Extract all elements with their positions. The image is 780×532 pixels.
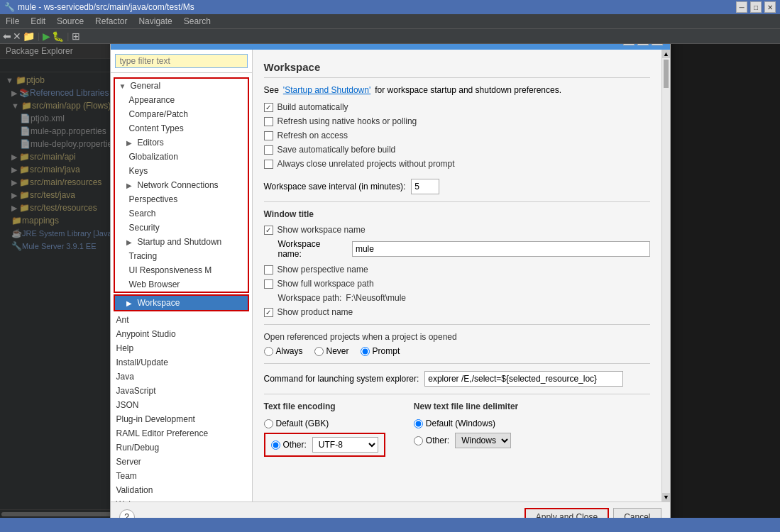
radio-never-input[interactable] <box>314 347 324 356</box>
prefs-tree-webbrowser[interactable]: Web Browser <box>115 277 248 292</box>
prefs-tree-json[interactable]: JSON <box>111 398 252 412</box>
checkbox-close-unrelated[interactable] <box>264 160 273 169</box>
prefs-filter-input[interactable] <box>115 54 248 68</box>
radio-never[interactable]: Never <box>314 346 349 356</box>
ide-close-btn[interactable]: ✕ <box>764 1 776 13</box>
radio-linedelim-other[interactable]: Other: <box>414 436 449 445</box>
radio-encoding-default-label: Default (GBK) <box>276 419 329 428</box>
prefs-tree-rundebug[interactable]: Run/Debug <box>111 440 252 455</box>
prefs-tree-team[interactable]: Team <box>111 469 252 483</box>
prefs-tree-javascript[interactable]: JavaScript <box>111 384 252 398</box>
line-delim-title: New text file line delimiter <box>414 401 518 411</box>
menu-file[interactable]: File <box>0 14 25 28</box>
window-title-section-label: Window title <box>264 209 650 219</box>
label-show-full-path: Show full workspace path <box>278 279 374 289</box>
radio-linedelim-other-input[interactable] <box>414 436 423 445</box>
toolbar-icon-run[interactable]: ▶ <box>43 31 50 42</box>
checkbox-show-full-path[interactable] <box>264 279 273 289</box>
divider-4 <box>264 394 650 394</box>
toolbar-icon-debug[interactable]: 🐛 <box>52 31 64 42</box>
radio-encoding-default[interactable]: Default (GBK) <box>264 419 385 428</box>
line-delim-other-row: Other: Windows Unix Mac <box>414 433 518 448</box>
startup-shutdown-link[interactable]: 'Startup and Shutdown' <box>283 85 370 95</box>
prefs-tree-globalization[interactable]: Globalization <box>115 150 248 164</box>
encoding-col: Text file encoding Default (GBK) Ot <box>264 401 385 457</box>
checkbox-refresh-access[interactable] <box>264 131 273 140</box>
menu-navigate[interactable]: Navigate <box>133 14 177 28</box>
radio-encoding-default-input[interactable] <box>264 419 273 428</box>
toolbar-icon-3[interactable]: 📁 <box>23 31 35 42</box>
scroll-down-btn[interactable]: ▼ <box>662 493 670 501</box>
uiresponsiveness-label: UI Responsiveness M <box>129 265 212 275</box>
prefs-tree-java[interactable]: Java <box>111 370 252 384</box>
encoding-other-select[interactable]: UTF-8 UTF-16 ISO-8859-1 <box>312 437 378 453</box>
checkbox-save-auto[interactable] <box>264 145 273 155</box>
prefs-minimize-btn[interactable]: ─ <box>623 44 635 45</box>
radio-always-input[interactable] <box>264 347 273 356</box>
prefs-tree-keys[interactable]: Keys <box>115 164 248 178</box>
startup-link-row: See 'Startup and Shutdown' for workspace… <box>264 85 650 95</box>
save-interval-input[interactable] <box>411 179 439 194</box>
prefs-tree-security[interactable]: Security <box>115 221 248 235</box>
radio-prompt[interactable]: Prompt <box>361 346 400 356</box>
json-label: JSON <box>116 400 139 410</box>
prefs-tree-ant[interactable]: Ant <box>111 313 252 327</box>
radio-encoding-other[interactable]: Other: <box>271 440 307 450</box>
prefs-tree-tracing[interactable]: Tracing <box>115 249 248 263</box>
prefs-maximize-btn[interactable]: □ <box>637 44 649 45</box>
prefs-scrollbar[interactable]: ▲ ▼ <box>661 50 670 501</box>
apply-close-button[interactable]: Apply and Close <box>524 508 609 518</box>
toolbar-icon-2[interactable]: ✕ <box>13 31 21 42</box>
checkbox-show-workspace-name[interactable] <box>264 226 273 235</box>
ide-minimize-btn[interactable]: ─ <box>736 1 747 13</box>
workspace-name-input[interactable] <box>352 241 650 257</box>
prefs-tree-help[interactable]: Help <box>111 341 252 355</box>
help-button[interactable]: ? <box>119 509 135 518</box>
checkbox-show-product-name[interactable] <box>264 308 273 317</box>
prefs-tree-uiresponsiveness[interactable]: UI Responsiveness M <box>115 263 248 277</box>
ide-maximize-btn[interactable]: □ <box>750 1 762 13</box>
startup-label: Startup and Shutdown <box>138 237 222 247</box>
menu-search[interactable]: Search <box>178 14 216 28</box>
label-save-auto: Save automatically before build <box>278 145 396 155</box>
cmd-launch-input[interactable] <box>424 371 623 387</box>
label-close-unrelated: Always close unrelated projects without … <box>278 159 455 169</box>
encoding-line-delim-section: Text file encoding Default (GBK) Ot <box>264 401 650 457</box>
menu-source[interactable]: Source <box>51 14 89 28</box>
prefs-tree-perspectives[interactable]: Perspectives <box>115 192 248 206</box>
prefs-tree-installupdate[interactable]: Install/Update <box>111 355 252 370</box>
toolbar-perspective-icon[interactable]: ⊞ <box>72 31 80 42</box>
prefs-tree-netconn[interactable]: ▶ Network Connections <box>115 178 248 192</box>
menu-refactor[interactable]: Refactor <box>89 14 133 28</box>
radio-encoding-other-input[interactable] <box>271 440 280 450</box>
radio-always[interactable]: Always <box>264 346 303 356</box>
prefs-tree-appearance[interactable]: Appearance <box>115 93 248 107</box>
checkbox-refresh-native[interactable] <box>264 117 273 126</box>
ide-menubar: File Edit Source Refactor Navigate Searc… <box>0 14 780 29</box>
radio-prompt-input[interactable] <box>361 347 370 356</box>
radio-linedelim-default[interactable]: Default (Windows) <box>414 419 518 428</box>
cancel-button[interactable]: Cancel <box>613 508 661 518</box>
prefs-close-btn[interactable]: ✕ <box>652 44 663 45</box>
prefs-tree-plugindev[interactable]: Plug-in Development <box>111 412 252 426</box>
prefs-tree-anypoint[interactable]: Anypoint Studio <box>111 327 252 341</box>
prefs-tree-compare[interactable]: Compare/Patch <box>115 107 248 121</box>
prefs-tree-server[interactable]: Server <box>111 455 252 469</box>
scroll-thumb[interactable] <box>664 60 669 88</box>
prefs-tree-validation[interactable]: Validation <box>111 483 252 497</box>
scroll-up-btn[interactable]: ▲ <box>662 50 670 58</box>
prefs-tree-editors[interactable]: ▶ Editors <box>115 135 248 150</box>
checkbox-build-auto[interactable] <box>264 103 273 112</box>
radio-linedelim-default-input[interactable] <box>414 419 423 428</box>
workspace-path-value: F:\Neusoft\mule <box>346 293 406 303</box>
menu-edit[interactable]: Edit <box>25 14 51 28</box>
prefs-tree-general[interactable]: ▼ General <box>115 79 248 93</box>
prefs-tree-workspace[interactable]: ▶ Workspace <box>115 296 248 310</box>
toolbar-icon-1[interactable]: ⬅ <box>3 31 11 42</box>
prefs-tree-search[interactable]: Search <box>115 206 248 221</box>
line-delim-other-select[interactable]: Windows Unix Mac <box>455 433 511 448</box>
prefs-tree-contenttypes[interactable]: Content Types <box>115 121 248 135</box>
prefs-tree-raml[interactable]: RAML Editor Preference <box>111 426 252 440</box>
checkbox-show-perspective-name[interactable] <box>264 265 273 275</box>
prefs-tree-startup[interactable]: ▶ Startup and Shutdown <box>115 235 248 249</box>
